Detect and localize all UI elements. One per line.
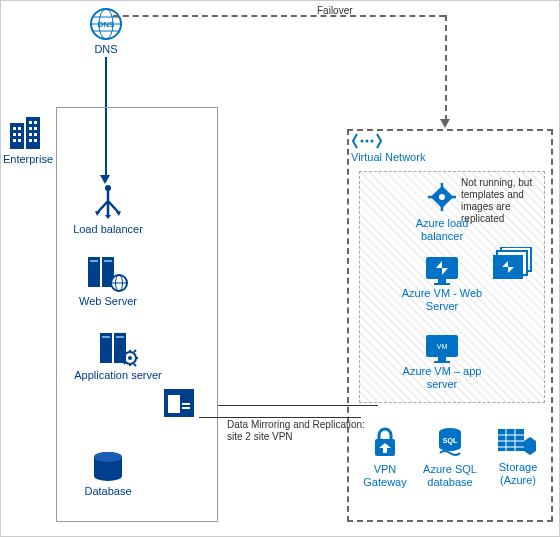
svg-rect-25 bbox=[90, 260, 98, 262]
azure-vm-web-node: Azure VM - Web Server bbox=[397, 255, 487, 313]
svg-point-42 bbox=[361, 140, 364, 143]
vnet-icon bbox=[351, 131, 383, 151]
enterprise-icon bbox=[8, 117, 48, 151]
svg-rect-9 bbox=[18, 127, 21, 130]
azure-vm-app-node: VM Azure VM – app server bbox=[397, 333, 487, 391]
svg-rect-38 bbox=[182, 403, 190, 405]
azure-vm-web-icon bbox=[424, 255, 460, 285]
azure-storage-icon bbox=[498, 427, 538, 459]
svg-rect-50 bbox=[426, 257, 458, 279]
app-server-icon bbox=[98, 331, 138, 367]
vm-stack-node bbox=[491, 247, 537, 287]
lb-label: Load balancer bbox=[63, 223, 153, 236]
enterprise-label: Enterprise bbox=[0, 153, 63, 166]
svg-marker-66 bbox=[524, 437, 536, 455]
vpn-gateway-icon bbox=[369, 427, 401, 461]
svg-rect-10 bbox=[13, 133, 16, 136]
svg-text:VM: VM bbox=[437, 343, 448, 350]
app-label: Application server bbox=[63, 369, 173, 382]
azure-sql-node: SQL Azure SQL database bbox=[415, 427, 485, 489]
svg-rect-19 bbox=[34, 133, 37, 136]
failover-line-v2 bbox=[445, 15, 447, 121]
azure-sql-icon: SQL bbox=[434, 427, 466, 461]
enterprise-node: Enterprise bbox=[0, 117, 63, 166]
app-node: Application server bbox=[63, 331, 173, 382]
vm-stack-icon bbox=[493, 247, 535, 285]
azure-vm-web-label: Azure VM - Web Server bbox=[397, 287, 487, 313]
failover-label: Failover bbox=[317, 5, 353, 16]
svg-rect-14 bbox=[29, 121, 32, 124]
svg-rect-21 bbox=[34, 139, 37, 142]
svg-rect-39 bbox=[182, 407, 190, 409]
failover-arrow bbox=[440, 119, 450, 128]
azure-storage-node: Storage (Azure) bbox=[483, 427, 553, 487]
svg-rect-18 bbox=[29, 133, 32, 136]
svg-rect-11 bbox=[18, 133, 21, 136]
svg-rect-16 bbox=[29, 127, 32, 130]
db-gateway-icon bbox=[164, 389, 194, 417]
azure-lb-label: Azure load balancer bbox=[397, 217, 487, 243]
vpn-label: VPN Gateway bbox=[353, 463, 417, 489]
svg-rect-26 bbox=[104, 260, 112, 262]
svg-point-43 bbox=[366, 140, 369, 143]
svg-rect-12 bbox=[13, 139, 16, 142]
svg-rect-20 bbox=[29, 139, 32, 142]
db-label: Database bbox=[63, 485, 153, 498]
svg-rect-55 bbox=[434, 361, 450, 363]
azure-lb-node: Azure load balancer bbox=[397, 179, 487, 243]
svg-point-41 bbox=[94, 452, 122, 462]
svg-point-46 bbox=[439, 194, 445, 200]
svg-point-44 bbox=[371, 140, 374, 143]
svg-rect-52 bbox=[434, 283, 450, 285]
svg-rect-7 bbox=[26, 117, 40, 149]
database-icon bbox=[91, 451, 125, 483]
svg-rect-6 bbox=[10, 123, 24, 149]
load-balancer-icon bbox=[89, 183, 127, 221]
failover-line-h bbox=[113, 15, 445, 17]
azure-lb-icon bbox=[424, 179, 460, 215]
db-node: Database bbox=[63, 451, 153, 498]
svg-rect-54 bbox=[438, 357, 446, 361]
azure-storage-label: Storage (Azure) bbox=[483, 461, 553, 487]
svg-rect-17 bbox=[34, 127, 37, 130]
web-node: Web Server bbox=[63, 255, 153, 308]
db-gateway-node bbox=[159, 389, 199, 419]
svg-rect-37 bbox=[168, 395, 180, 413]
mirror-label: Data Mirroring and Replication: site 2 s… bbox=[227, 419, 367, 443]
svg-text:SQL: SQL bbox=[443, 437, 458, 445]
svg-rect-33 bbox=[116, 336, 124, 338]
svg-rect-32 bbox=[102, 336, 110, 338]
lb-node: Load balancer bbox=[63, 183, 153, 236]
svg-rect-49 bbox=[493, 255, 523, 279]
svg-rect-51 bbox=[438, 279, 446, 283]
vnet-label: Virtual Network bbox=[345, 151, 445, 164]
mirror-line2 bbox=[218, 405, 378, 406]
vnet-node: Virtual Network bbox=[345, 131, 445, 164]
svg-point-35 bbox=[128, 356, 132, 360]
svg-rect-60 bbox=[498, 429, 524, 451]
svg-text:DNS: DNS bbox=[98, 20, 116, 29]
dns-icon: DNS bbox=[89, 7, 123, 41]
svg-rect-13 bbox=[18, 139, 21, 142]
azure-sql-label: Azure SQL database bbox=[415, 463, 485, 489]
web-label: Web Server bbox=[63, 295, 153, 308]
svg-rect-15 bbox=[34, 121, 37, 124]
svg-rect-8 bbox=[13, 127, 16, 130]
svg-point-22 bbox=[105, 185, 111, 191]
azure-vm-app-label: Azure VM – app server bbox=[397, 365, 487, 391]
mirror-line bbox=[199, 417, 361, 418]
web-server-icon bbox=[86, 255, 130, 293]
azure-vm-app-icon: VM bbox=[424, 333, 460, 363]
dns-label: DNS bbox=[61, 43, 151, 56]
